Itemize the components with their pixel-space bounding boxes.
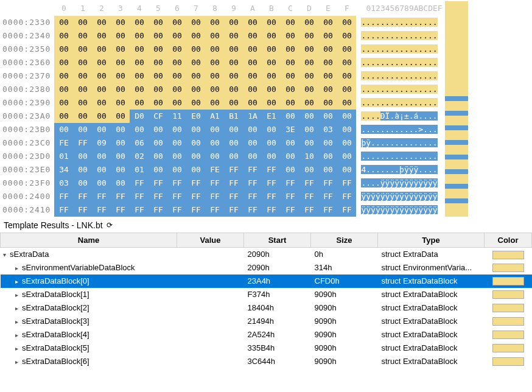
hex-cell[interactable]: 00 bbox=[54, 56, 73, 69]
hex-cell[interactable]: 00 bbox=[111, 110, 130, 123]
table-row[interactable]: ▸ sEnvironmentVariableDataBlock2090h314h… bbox=[1, 261, 532, 275]
hex-cell[interactable]: 00 bbox=[281, 56, 299, 69]
hex-cell[interactable]: 00 bbox=[281, 16, 299, 29]
hex-cell[interactable]: FF bbox=[243, 177, 262, 190]
ascii-row[interactable]: ................ bbox=[361, 16, 442, 29]
hex-cell[interactable]: 00 bbox=[186, 69, 205, 83]
hex-cell[interactable]: FF bbox=[224, 163, 243, 177]
hex-cell[interactable]: 00 bbox=[111, 69, 130, 83]
hex-cell[interactable]: 00 bbox=[262, 43, 281, 56]
hex-row[interactable]: 00000000000000000000000000000000 bbox=[54, 43, 356, 56]
table-row[interactable]: ▸ sExtraDataBlock[4]2A524h9090hstruct Ex… bbox=[1, 328, 532, 341]
hex-cell[interactable]: 00 bbox=[318, 163, 337, 177]
hex-cell[interactable]: 00 bbox=[318, 69, 337, 83]
hex-cell[interactable]: 00 bbox=[281, 136, 299, 150]
hex-cell[interactable]: 00 bbox=[205, 150, 224, 163]
hex-cell[interactable]: FF bbox=[262, 163, 281, 177]
hex-cell[interactable]: 00 bbox=[111, 43, 130, 56]
hex-cell[interactable]: 00 bbox=[54, 110, 73, 123]
hex-cell[interactable]: 00 bbox=[167, 150, 186, 163]
hex-cell[interactable]: 00 bbox=[73, 110, 92, 123]
hex-cell[interactable]: 00 bbox=[54, 69, 73, 83]
hex-cell[interactable]: 00 bbox=[262, 69, 281, 83]
expand-icon[interactable]: ▸ bbox=[14, 265, 20, 271]
ascii-row[interactable]: ................ bbox=[361, 150, 442, 163]
hex-row[interactable]: 00000000000000000000000000000000 bbox=[54, 29, 356, 43]
hex-cell[interactable]: 00 bbox=[167, 29, 186, 43]
hex-cell[interactable]: 00 bbox=[337, 16, 356, 29]
hex-cell[interactable]: 00 bbox=[299, 69, 318, 83]
hex-cell[interactable]: 00 bbox=[205, 43, 224, 56]
hex-cell[interactable]: 00 bbox=[224, 16, 243, 29]
hex-cell[interactable]: 00 bbox=[318, 83, 337, 96]
hex-cell[interactable]: 00 bbox=[281, 29, 299, 43]
hex-cell[interactable]: 1A bbox=[243, 110, 262, 123]
hex-cell[interactable]: FF bbox=[281, 177, 299, 190]
hex-cell[interactable]: 00 bbox=[92, 150, 111, 163]
hex-cell[interactable]: 00 bbox=[243, 43, 262, 56]
hex-cell[interactable]: 00 bbox=[92, 163, 111, 177]
hex-cell[interactable]: 01 bbox=[130, 163, 149, 177]
hex-cell[interactable]: 00 bbox=[92, 43, 111, 56]
col-size[interactable]: Size bbox=[311, 233, 378, 248]
hex-cell[interactable]: 00 bbox=[337, 96, 356, 110]
ascii-row[interactable]: ................ bbox=[361, 83, 442, 96]
hex-cell[interactable]: 00 bbox=[205, 56, 224, 69]
hex-cell[interactable]: 00 bbox=[186, 136, 205, 150]
hex-cell[interactable]: FF bbox=[318, 177, 337, 190]
ascii-row[interactable]: ................ bbox=[361, 69, 442, 83]
hex-cell[interactable]: 00 bbox=[111, 123, 130, 136]
hex-cell[interactable]: 00 bbox=[73, 69, 92, 83]
hex-cell[interactable]: FF bbox=[111, 203, 130, 217]
hex-cell[interactable]: 00 bbox=[73, 150, 92, 163]
hex-cell[interactable]: 00 bbox=[167, 83, 186, 96]
hex-cell[interactable]: 00 bbox=[92, 83, 111, 96]
hex-cell[interactable]: FF bbox=[224, 203, 243, 217]
hex-cell[interactable]: 00 bbox=[149, 56, 167, 69]
hex-cell[interactable]: 3E bbox=[281, 123, 299, 136]
hex-cell[interactable]: 00 bbox=[337, 29, 356, 43]
hex-row[interactable]: FFFFFFFFFFFFFFFFFFFFFFFFFFFFFFFF bbox=[54, 190, 356, 203]
hex-cell[interactable]: 00 bbox=[111, 136, 130, 150]
ascii-row[interactable]: ................ bbox=[361, 29, 442, 43]
hex-cell[interactable]: FF bbox=[337, 203, 356, 217]
hex-cell[interactable]: 00 bbox=[318, 29, 337, 43]
hex-cell[interactable]: 00 bbox=[299, 96, 318, 110]
hex-cell[interactable]: 00 bbox=[224, 56, 243, 69]
hex-cell[interactable]: FF bbox=[262, 190, 281, 203]
hex-cell[interactable]: 00 bbox=[111, 56, 130, 69]
hex-cell[interactable]: 00 bbox=[149, 69, 167, 83]
hex-cell[interactable]: 06 bbox=[130, 136, 149, 150]
hex-cell[interactable]: 00 bbox=[205, 83, 224, 96]
hex-cell[interactable]: 00 bbox=[205, 96, 224, 110]
expand-icon[interactable]: ▸ bbox=[14, 305, 20, 312]
hex-cell[interactable]: 03 bbox=[318, 123, 337, 136]
ascii-row[interactable]: ................ bbox=[361, 56, 442, 69]
hex-cell[interactable]: 00 bbox=[130, 69, 149, 83]
hex-cell[interactable]: 00 bbox=[111, 96, 130, 110]
hex-cell[interactable]: 00 bbox=[337, 110, 356, 123]
hex-cell[interactable]: 00 bbox=[92, 110, 111, 123]
table-row[interactable]: ▸ sExtraDataBlock[0]23A4hCFD0hstruct Ext… bbox=[1, 275, 532, 288]
hex-cell[interactable]: 00 bbox=[243, 16, 262, 29]
hex-cell[interactable]: FF bbox=[299, 203, 318, 217]
hex-cell[interactable]: 00 bbox=[130, 96, 149, 110]
hex-cell[interactable]: FF bbox=[73, 203, 92, 217]
hex-cell[interactable]: 00 bbox=[224, 29, 243, 43]
hex-cell[interactable]: 00 bbox=[243, 123, 262, 136]
hex-cell[interactable]: FF bbox=[186, 203, 205, 217]
hex-cell[interactable]: 00 bbox=[299, 16, 318, 29]
ascii-row[interactable]: ................ bbox=[361, 43, 442, 56]
hex-cell[interactable]: 00 bbox=[186, 29, 205, 43]
col-start[interactable]: Start bbox=[244, 233, 311, 248]
hex-cell[interactable]: 00 bbox=[167, 69, 186, 83]
hex-cell[interactable]: 00 bbox=[130, 29, 149, 43]
hex-row[interactable]: 00000000000000000000000000000000 bbox=[54, 69, 356, 83]
hex-cell[interactable]: 00 bbox=[92, 56, 111, 69]
ascii-row[interactable]: 4.......þÿÿÿ.... bbox=[361, 163, 442, 177]
hex-cell[interactable]: FF bbox=[149, 203, 167, 217]
hex-cell[interactable]: FF bbox=[167, 190, 186, 203]
hex-cell[interactable]: 00 bbox=[130, 83, 149, 96]
hex-cell[interactable]: 10 bbox=[299, 150, 318, 163]
hex-cell[interactable]: 01 bbox=[54, 150, 73, 163]
